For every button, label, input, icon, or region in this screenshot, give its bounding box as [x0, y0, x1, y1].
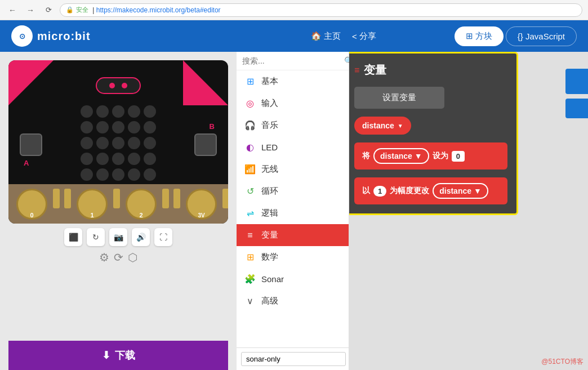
bottom-bar: 💾: [237, 347, 349, 370]
led-icon: ◐: [244, 142, 256, 153]
pin-small-5: [173, 189, 180, 208]
set-value-text: 0: [456, 152, 460, 161]
browser-bar: ← → ⟳ 🔒 安全 | https://makecode.microbit.o…: [0, 0, 588, 20]
pin-2[interactable]: 2: [126, 189, 157, 220]
logic-label: 逻辑: [261, 208, 278, 219]
led-18: [128, 153, 140, 165]
logo-text: micro:bit: [37, 30, 91, 43]
change-var-name: distance: [439, 186, 471, 195]
face-dot-right: [122, 83, 127, 88]
set-var-name: distance: [380, 151, 412, 161]
category-advanced[interactable]: ∨ 高级: [237, 290, 349, 312]
button-a[interactable]: A: [20, 133, 42, 156]
header-nav: 🏠 主页 < 分享: [233, 31, 454, 42]
search-bar: 🔍: [237, 52, 349, 70]
led-6: [96, 121, 109, 133]
loops-label: 循环: [261, 186, 278, 197]
download-button[interactable]: ⬇ 下载: [8, 341, 228, 370]
set-value-badge: 0: [452, 151, 465, 162]
led-22: [112, 168, 124, 181]
tab-blocks-label: 方块: [475, 31, 492, 41]
change-variable-block[interactable]: 以 1 为幅度更改 distance ▼: [354, 177, 507, 204]
led-1: [96, 105, 109, 118]
logic-icon: ⇌: [244, 208, 256, 219]
change-by-label: 为幅度更改: [390, 186, 429, 196]
led-12: [112, 137, 124, 149]
category-music[interactable]: 🎧 音乐: [237, 114, 349, 136]
hamburger-icon: ≡: [354, 65, 359, 75]
main-content: A B 0 1 2: [0, 52, 588, 370]
variable-chip[interactable]: distance ▼: [354, 117, 411, 135]
category-variables[interactable]: ≡ 变量: [237, 224, 349, 246]
volume-button[interactable]: 🔊: [132, 228, 150, 246]
forward-button[interactable]: →: [24, 3, 37, 17]
category-radio[interactable]: 📶 无线: [237, 158, 349, 180]
category-sonar[interactable]: 🧩 Sonar: [237, 268, 349, 290]
nav-share[interactable]: < 分享: [352, 31, 376, 42]
category-basic[interactable]: ⊞ 基本: [237, 70, 349, 92]
led-20: [81, 168, 93, 181]
led-5: [81, 121, 93, 133]
led-3: [128, 105, 140, 118]
tab-blocks-button[interactable]: ⊞ 方块: [455, 26, 504, 46]
pin-0[interactable]: 0: [16, 189, 47, 220]
app-header: ⊙ micro:bit 🏠 主页 < 分享 ⊞ 方块 {} JavaScript: [0, 20, 588, 52]
led-2: [112, 105, 124, 118]
pin-1[interactable]: 1: [77, 189, 108, 220]
led-0: [81, 105, 93, 118]
led-23: [128, 168, 140, 181]
address-bar[interactable]: 🔒 安全 | https://makecode.microbit.org/bet…: [60, 3, 582, 17]
watermark: @51CTO博客: [541, 357, 583, 367]
back-button[interactable]: ←: [6, 3, 19, 17]
fullscreen-button[interactable]: ⛶: [154, 228, 172, 246]
refresh-button[interactable]: ⟳: [42, 3, 55, 17]
category-loops[interactable]: ↺ 循环: [237, 180, 349, 202]
pin-3v[interactable]: 3V: [186, 189, 217, 220]
project-name-input[interactable]: [241, 352, 346, 366]
deco-icons: ⚙ ⟳ ⬡: [99, 251, 137, 264]
blocks-panel: 🔍 ⊞ 基本 ◎ 输入 🎧 音乐 ◐ LED: [237, 52, 349, 370]
workspace-panel[interactable]: ≡ 变量 设置变量 distance ▼ 将 distance ▼ 设为 0: [349, 52, 588, 370]
button-b[interactable]: B: [194, 133, 217, 156]
led-label: LED: [261, 142, 278, 152]
basic-label: 基本: [261, 76, 278, 87]
make-variable-button[interactable]: 设置变量: [354, 87, 444, 109]
right-block-2: [565, 99, 588, 118]
nav-home[interactable]: 🏠 主页: [311, 31, 341, 42]
led-13: [128, 137, 140, 149]
loops-icon: ↺: [244, 186, 256, 197]
category-input[interactable]: ◎ 输入: [237, 92, 349, 114]
basic-icon: ⊞: [244, 76, 256, 87]
lock-icon: 🔒: [66, 6, 74, 14]
category-logic[interactable]: ⇌ 逻辑: [237, 202, 349, 224]
change-amount-text: 1: [378, 187, 382, 195]
chip-arrow-icon: ▼: [398, 123, 403, 129]
category-led[interactable]: ◐ LED: [237, 136, 349, 158]
tab-js-button[interactable]: {} JavaScript: [506, 26, 577, 46]
security-label: 安全: [76, 6, 88, 14]
led-16: [96, 153, 109, 165]
make-variable-label: 设置变量: [382, 92, 416, 102]
pin-small-1: [53, 189, 60, 208]
decoration-triangle-right: [183, 60, 228, 105]
right-block-1: [565, 69, 588, 94]
input-label: 输入: [261, 98, 278, 109]
led-9: [144, 121, 156, 133]
music-label: 音乐: [261, 120, 278, 131]
search-input[interactable]: [242, 56, 341, 65]
set-variable-block[interactable]: 将 distance ▼ 设为 0: [354, 142, 507, 170]
var-name-label: distance: [362, 121, 394, 130]
led-8: [128, 121, 140, 133]
url-text: https://makecode.microbit.org/beta#edito…: [96, 6, 221, 14]
advanced-label: 高级: [261, 296, 278, 306]
nav-home-label: 主页: [324, 31, 341, 42]
stop-button[interactable]: ⬛: [64, 228, 82, 246]
pins-area: 0 1 2 3V: [8, 184, 228, 224]
led-7: [112, 121, 124, 133]
restart-button[interactable]: ↻: [87, 228, 105, 246]
category-math[interactable]: ⊞ 数学: [237, 246, 349, 268]
logo-icon: ⊙: [11, 25, 33, 47]
screenshot-button[interactable]: 📷: [109, 228, 127, 246]
variables-label: 变量: [261, 230, 278, 240]
radio-icon: 📶: [244, 164, 256, 175]
